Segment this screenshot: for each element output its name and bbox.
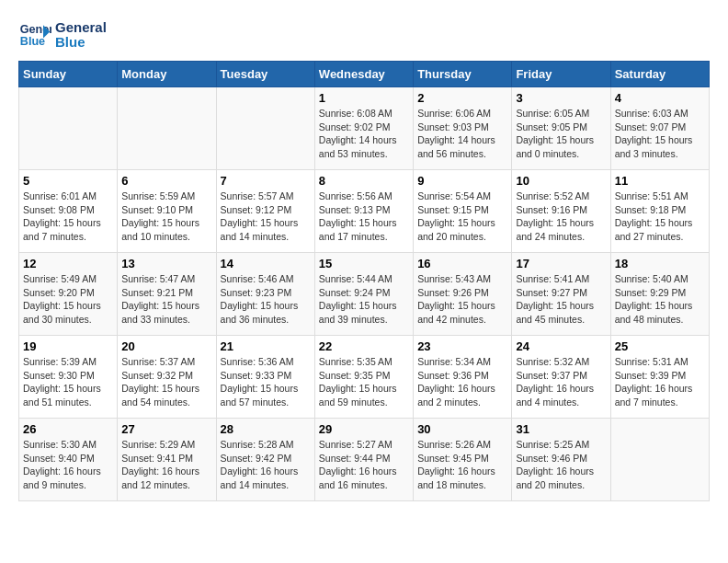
day-number: 23 — [417, 339, 507, 353]
calendar-cell: 7Sunrise: 5:57 AM Sunset: 9:12 PM Daylig… — [216, 170, 314, 253]
day-number: 8 — [319, 174, 409, 188]
day-info: Sunrise: 5:31 AM Sunset: 9:39 PM Dayligh… — [615, 355, 705, 409]
day-info: Sunrise: 5:56 AM Sunset: 9:13 PM Dayligh… — [319, 190, 409, 244]
calendar-cell — [610, 419, 709, 501]
day-number: 19 — [23, 339, 113, 353]
day-number: 6 — [121, 174, 211, 188]
day-number: 11 — [615, 174, 705, 188]
day-number: 30 — [417, 422, 507, 436]
week-row-2: 5Sunrise: 6:01 AM Sunset: 9:08 PM Daylig… — [19, 170, 710, 253]
calendar-cell: 9Sunrise: 5:54 AM Sunset: 9:15 PM Daylig… — [414, 170, 512, 253]
day-number: 22 — [319, 339, 409, 353]
calendar-cell: 17Sunrise: 5:41 AM Sunset: 9:27 PM Dayli… — [512, 253, 610, 336]
calendar-cell: 5Sunrise: 6:01 AM Sunset: 9:08 PM Daylig… — [19, 170, 118, 253]
calendar-cell: 20Sunrise: 5:37 AM Sunset: 9:32 PM Dayli… — [118, 336, 216, 419]
header: General Blue General Blue — [18, 18, 710, 52]
day-number: 25 — [615, 339, 705, 353]
day-info: Sunrise: 5:30 AM Sunset: 9:40 PM Dayligh… — [23, 438, 113, 492]
calendar-cell: 13Sunrise: 5:47 AM Sunset: 9:21 PM Dayli… — [118, 253, 216, 336]
calendar-table: SundayMondayTuesdayWednesdayThursdayFrid… — [18, 61, 710, 501]
calendar-cell — [19, 87, 118, 170]
weekday-header-monday: Monday — [118, 62, 216, 87]
logo-line2: Blue — [55, 35, 107, 51]
day-info: Sunrise: 5:49 AM Sunset: 9:20 PM Dayligh… — [23, 272, 113, 327]
day-info: Sunrise: 6:08 AM Sunset: 9:02 PM Dayligh… — [319, 107, 409, 161]
day-info: Sunrise: 5:41 AM Sunset: 9:27 PM Dayligh… — [516, 272, 606, 327]
day-number: 28 — [221, 422, 311, 436]
weekday-header-wednesday: Wednesday — [314, 62, 413, 87]
calendar-cell: 21Sunrise: 5:36 AM Sunset: 9:33 PM Dayli… — [216, 336, 314, 419]
calendar-cell: 1Sunrise: 6:08 AM Sunset: 9:02 PM Daylig… — [314, 87, 413, 170]
calendar-cell: 8Sunrise: 5:56 AM Sunset: 9:13 PM Daylig… — [314, 170, 413, 253]
calendar-cell — [118, 87, 216, 170]
calendar-cell: 4Sunrise: 6:03 AM Sunset: 9:07 PM Daylig… — [610, 87, 709, 170]
week-row-5: 26Sunrise: 5:30 AM Sunset: 9:40 PM Dayli… — [19, 419, 710, 501]
day-info: Sunrise: 5:54 AM Sunset: 9:15 PM Dayligh… — [417, 190, 507, 244]
day-number: 18 — [615, 257, 705, 270]
weekday-header-row: SundayMondayTuesdayWednesdayThursdayFrid… — [19, 62, 710, 87]
calendar-cell: 15Sunrise: 5:44 AM Sunset: 9:24 PM Dayli… — [314, 253, 413, 336]
day-number: 31 — [516, 422, 606, 436]
day-info: Sunrise: 5:25 AM Sunset: 9:46 PM Dayligh… — [516, 438, 606, 492]
day-info: Sunrise: 5:32 AM Sunset: 9:37 PM Dayligh… — [516, 355, 606, 409]
day-info: Sunrise: 5:27 AM Sunset: 9:44 PM Dayligh… — [319, 438, 409, 492]
day-number: 27 — [121, 422, 211, 436]
day-number: 21 — [221, 339, 311, 353]
calendar-cell: 6Sunrise: 5:59 AM Sunset: 9:10 PM Daylig… — [118, 170, 216, 253]
day-info: Sunrise: 6:03 AM Sunset: 9:07 PM Dayligh… — [615, 107, 705, 161]
week-row-1: 1Sunrise: 6:08 AM Sunset: 9:02 PM Daylig… — [19, 87, 710, 170]
day-number: 17 — [516, 257, 606, 270]
calendar-cell: 18Sunrise: 5:40 AM Sunset: 9:29 PM Dayli… — [610, 253, 709, 336]
day-number: 16 — [417, 257, 507, 270]
calendar-cell: 26Sunrise: 5:30 AM Sunset: 9:40 PM Dayli… — [19, 419, 118, 501]
day-info: Sunrise: 5:26 AM Sunset: 9:45 PM Dayligh… — [417, 438, 507, 492]
day-number: 4 — [615, 91, 705, 105]
calendar-cell — [216, 87, 314, 170]
day-number: 2 — [417, 91, 507, 105]
weekday-header-thursday: Thursday — [414, 62, 512, 87]
day-number: 29 — [319, 422, 409, 436]
calendar-cell: 11Sunrise: 5:51 AM Sunset: 9:18 PM Dayli… — [610, 170, 709, 253]
calendar-cell: 22Sunrise: 5:35 AM Sunset: 9:35 PM Dayli… — [314, 336, 413, 419]
day-info: Sunrise: 5:39 AM Sunset: 9:30 PM Dayligh… — [23, 355, 113, 409]
day-number: 10 — [516, 174, 606, 188]
day-info: Sunrise: 5:46 AM Sunset: 9:23 PM Dayligh… — [221, 272, 311, 327]
calendar-cell: 31Sunrise: 5:25 AM Sunset: 9:46 PM Dayli… — [512, 419, 610, 501]
day-info: Sunrise: 5:36 AM Sunset: 9:33 PM Dayligh… — [221, 355, 311, 409]
weekday-header-sunday: Sunday — [19, 62, 118, 87]
calendar-cell: 30Sunrise: 5:26 AM Sunset: 9:45 PM Dayli… — [414, 419, 512, 501]
calendar-cell: 10Sunrise: 5:52 AM Sunset: 9:16 PM Dayli… — [512, 170, 610, 253]
calendar-cell: 3Sunrise: 6:05 AM Sunset: 9:05 PM Daylig… — [512, 87, 610, 170]
day-number: 14 — [221, 257, 311, 270]
day-number: 13 — [121, 257, 211, 270]
day-number: 7 — [221, 174, 311, 188]
weekday-header-saturday: Saturday — [610, 62, 709, 87]
day-info: Sunrise: 5:44 AM Sunset: 9:24 PM Dayligh… — [319, 272, 409, 327]
day-number: 26 — [23, 422, 113, 436]
day-info: Sunrise: 5:35 AM Sunset: 9:35 PM Dayligh… — [319, 355, 409, 409]
day-number: 9 — [417, 174, 507, 188]
day-info: Sunrise: 5:29 AM Sunset: 9:41 PM Dayligh… — [121, 438, 211, 492]
day-info: Sunrise: 5:52 AM Sunset: 9:16 PM Dayligh… — [516, 190, 606, 244]
day-info: Sunrise: 5:51 AM Sunset: 9:18 PM Dayligh… — [615, 190, 705, 244]
calendar-cell: 29Sunrise: 5:27 AM Sunset: 9:44 PM Dayli… — [314, 419, 413, 501]
calendar-cell: 25Sunrise: 5:31 AM Sunset: 9:39 PM Dayli… — [610, 336, 709, 419]
calendar-cell: 2Sunrise: 6:06 AM Sunset: 9:03 PM Daylig… — [414, 87, 512, 170]
calendar-cell: 24Sunrise: 5:32 AM Sunset: 9:37 PM Dayli… — [512, 336, 610, 419]
day-info: Sunrise: 5:57 AM Sunset: 9:12 PM Dayligh… — [221, 190, 311, 244]
calendar-cell: 28Sunrise: 5:28 AM Sunset: 9:42 PM Dayli… — [216, 419, 314, 501]
day-info: Sunrise: 5:28 AM Sunset: 9:42 PM Dayligh… — [221, 438, 311, 492]
day-number: 15 — [319, 257, 409, 270]
logo-line1: General — [55, 20, 107, 36]
svg-text:Blue: Blue — [20, 35, 45, 48]
day-info: Sunrise: 5:47 AM Sunset: 9:21 PM Dayligh… — [121, 272, 211, 327]
day-number: 12 — [23, 257, 113, 270]
calendar-cell: 16Sunrise: 5:43 AM Sunset: 9:26 PM Dayli… — [414, 253, 512, 336]
logo: General Blue General Blue — [18, 18, 107, 52]
calendar-cell: 19Sunrise: 5:39 AM Sunset: 9:30 PM Dayli… — [19, 336, 118, 419]
day-info: Sunrise: 6:06 AM Sunset: 9:03 PM Dayligh… — [417, 107, 507, 161]
day-info: Sunrise: 6:01 AM Sunset: 9:08 PM Dayligh… — [23, 190, 113, 244]
day-info: Sunrise: 5:43 AM Sunset: 9:26 PM Dayligh… — [417, 272, 507, 327]
day-info: Sunrise: 5:59 AM Sunset: 9:10 PM Dayligh… — [121, 190, 211, 244]
calendar-cell: 27Sunrise: 5:29 AM Sunset: 9:41 PM Dayli… — [118, 419, 216, 501]
